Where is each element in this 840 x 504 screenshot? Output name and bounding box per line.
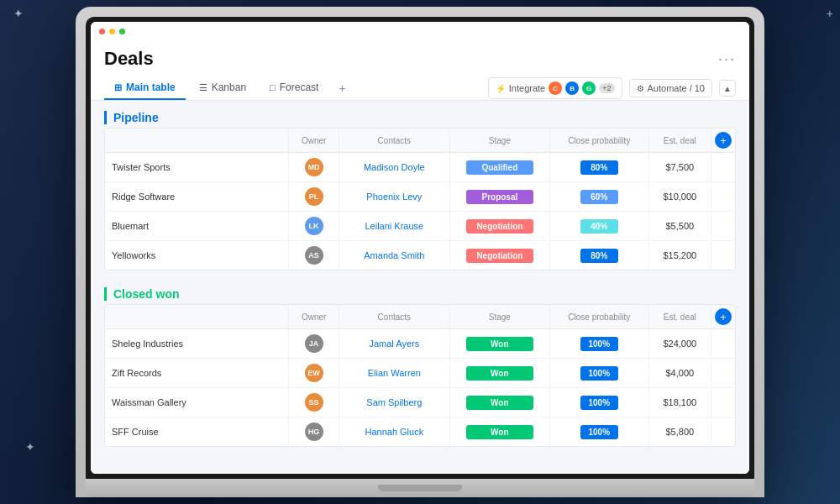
pipeline-contact-3[interactable]: Amanda Smith xyxy=(339,241,449,270)
close-dot[interactable] xyxy=(99,29,105,34)
pipeline-section: Pipeline Owner Contacts Stage xyxy=(104,111,736,270)
pipeline-prob-1: 60% xyxy=(549,182,648,212)
pipeline-stage-badge-1: Proposal xyxy=(466,190,533,204)
closed-won-deal-1: $4,000 xyxy=(648,359,711,388)
closed-won-deal-0: $24,000 xyxy=(648,329,711,359)
closed-won-stage-badge-1: Won xyxy=(466,366,533,381)
closed-won-prob-3: 100% xyxy=(549,417,648,447)
pipeline-row-3[interactable]: Yelloworks AS Amanda Smith Negotiation 8… xyxy=(105,241,735,270)
closed-won-actions-1 xyxy=(711,359,735,388)
minimize-dot[interactable] xyxy=(109,29,115,34)
pipeline-row-0[interactable]: Twister Sports MD Madison Doyle Qualifie… xyxy=(105,153,735,182)
closed-won-col-stage: Stage xyxy=(449,305,549,329)
closed-won-company-0: Sheleg Industries xyxy=(105,329,289,359)
pipeline-avatar-2: LK xyxy=(305,217,323,235)
pipeline-actions-3 xyxy=(711,241,735,270)
closed-won-row-2[interactable]: Waissman Gallery SS Sam Spilberg Won 100… xyxy=(105,388,735,417)
pipeline-contact-2[interactable]: Leilani Krause xyxy=(339,212,449,241)
closed-won-contact-1[interactable]: Elian Warren xyxy=(339,359,449,388)
pipeline-prob-badge-0: 80% xyxy=(580,160,618,175)
pipeline-deal-1: $10,000 xyxy=(648,182,711,212)
closed-won-table: Owner Contacts Stage Close probability E… xyxy=(105,305,735,446)
logo-b: B xyxy=(565,81,579,95)
closed-won-row-3[interactable]: SFF Cruise HG Hannah Gluck Won 100% $5,8… xyxy=(105,417,735,447)
pipeline-stage-badge-0: Qualified xyxy=(466,160,533,175)
pipeline-contact-link-3[interactable]: Amanda Smith xyxy=(364,250,424,260)
closed-won-prob-2: 100% xyxy=(549,388,648,417)
screen-bezel: Deals ··· ⊞ Main table ☰ Kanban xyxy=(86,17,754,479)
integrate-label: Integrate xyxy=(509,83,545,93)
closed-won-avatar-2: SS xyxy=(305,393,323,412)
maximize-dot[interactable] xyxy=(119,29,125,34)
pipeline-table: Owner Contacts Stage Close probability E… xyxy=(105,129,735,270)
pipeline-col-stage: Stage xyxy=(449,129,549,153)
pipeline-contact-link-1[interactable]: Phoenix Levy xyxy=(366,192,422,202)
closed-won-deal-val-2: $18,100 xyxy=(663,397,696,407)
pipeline-avatar-3: AS xyxy=(305,246,323,265)
closed-won-header-row: Owner Contacts Stage Close probability E… xyxy=(105,305,735,329)
collapse-button[interactable]: ▲ xyxy=(719,80,736,97)
closed-won-contact-link-1[interactable]: Elian Warren xyxy=(368,368,421,378)
pipeline-deal-2: $5,500 xyxy=(648,212,711,241)
pipeline-table-body: Twister Sports MD Madison Doyle Qualifie… xyxy=(105,153,735,270)
pipeline-company-0: Twister Sports xyxy=(105,153,289,182)
pipeline-col-contacts: Contacts xyxy=(339,129,449,153)
tab-forecast-label: Forecast xyxy=(280,81,319,93)
integrate-button[interactable]: ⚡ Integrate C B G +2 xyxy=(488,77,622,99)
tab-kanban[interactable]: ☰ Kanban xyxy=(189,76,256,100)
closed-won-prob-0: 100% xyxy=(549,329,648,359)
closed-won-table-body: Sheleg Industries JA Jamal Ayers Won 100… xyxy=(105,329,735,447)
closed-won-prob-badge-1: 100% xyxy=(580,366,619,381)
closed-won-row-1[interactable]: Zift Records EW Elian Warren Won 100% $4… xyxy=(105,359,735,388)
closed-won-owner-3: HG xyxy=(289,417,339,447)
forecast-icon: □ xyxy=(270,82,276,92)
toolbar-right: ⚡ Integrate C B G +2 ⚙ Automate / 10 xyxy=(488,77,736,99)
kanban-icon: ☰ xyxy=(199,82,207,93)
closed-won-contact-0[interactable]: Jamal Ayers xyxy=(339,329,449,359)
closed-won-stage-1: Won xyxy=(449,359,549,388)
pipeline-contact-link-0[interactable]: Madison Doyle xyxy=(364,162,425,172)
pipeline-contact-link-2[interactable]: Leilani Krause xyxy=(365,221,423,231)
main-table-icon: ⊞ xyxy=(114,82,122,93)
pipeline-owner-0: MD xyxy=(289,153,339,182)
pipeline-deal-val-0: $7,500 xyxy=(666,162,695,172)
closed-won-row-0[interactable]: Sheleg Industries JA Jamal Ayers Won 100… xyxy=(105,329,735,359)
pipeline-stage-3: Negotiation xyxy=(449,241,549,270)
pipeline-company-1: Ridge Software xyxy=(105,182,289,212)
pipeline-add-column-button[interactable]: + xyxy=(715,132,732,149)
closed-won-stage-3: Won xyxy=(449,417,549,447)
closed-won-deal-2: $18,100 xyxy=(648,388,711,417)
closed-won-contact-2[interactable]: Sam Spilberg xyxy=(339,388,449,417)
closed-won-avatar-0: JA xyxy=(305,334,323,353)
pipeline-deal-val-3: $15,200 xyxy=(663,250,696,260)
tab-forecast[interactable]: □ Forecast xyxy=(260,76,328,100)
closed-won-contact-link-2[interactable]: Sam Spilberg xyxy=(366,397,422,407)
tab-main-table-label: Main table xyxy=(126,81,176,93)
pipeline-owner-3: AS xyxy=(289,241,339,270)
pipeline-owner-1: PL xyxy=(289,182,339,212)
pipeline-col-add: + xyxy=(711,129,735,153)
automate-button[interactable]: ⚙ Automate / 10 xyxy=(629,79,713,97)
closed-won-contact-link-0[interactable]: Jamal Ayers xyxy=(369,339,419,349)
app-container: Deals ··· ⊞ Main table ☰ Kanban xyxy=(91,39,749,474)
pipeline-contact-0[interactable]: Madison Doyle xyxy=(339,153,449,182)
pipeline-prob-badge-3: 80% xyxy=(580,249,618,263)
add-tab-button[interactable]: + xyxy=(332,76,352,100)
laptop-base xyxy=(86,479,754,497)
closed-won-add-column-button[interactable]: + xyxy=(715,308,732,325)
closed-won-contact-3[interactable]: Hannah Gluck xyxy=(339,417,449,447)
laptop-frame: Deals ··· ⊞ Main table ☰ Kanban xyxy=(76,7,764,497)
closed-won-contact-link-3[interactable]: Hannah Gluck xyxy=(365,427,423,437)
pipeline-contact-1[interactable]: Phoenix Levy xyxy=(339,182,449,212)
closed-won-prob-badge-0: 100% xyxy=(580,337,619,351)
closed-won-col-contacts: Contacts xyxy=(339,305,449,329)
more-options-button[interactable]: ··· xyxy=(718,50,736,68)
pipeline-row-2[interactable]: Bluemart LK Leilani Krause Negotiation 4… xyxy=(105,212,735,241)
window-chrome xyxy=(91,22,749,39)
pipeline-row-1[interactable]: Ridge Software PL Phoenix Levy Proposal … xyxy=(105,182,735,212)
closed-won-deal-val-3: $5,800 xyxy=(665,427,694,437)
pipeline-actions-2 xyxy=(711,212,735,241)
tab-main-table[interactable]: ⊞ Main table xyxy=(104,76,186,100)
closed-won-col-deal: Est. deal xyxy=(648,305,711,329)
closed-won-col-company xyxy=(105,305,289,329)
